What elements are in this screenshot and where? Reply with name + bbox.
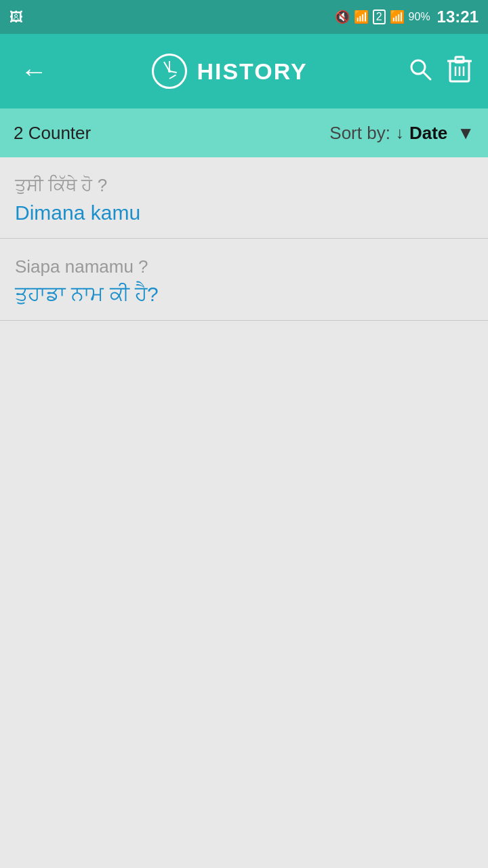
history-item-2-translation: ਤੁਹਾਡਾ ਨਾਮ ਕੀ ਹੈ? xyxy=(15,283,473,307)
empty-area xyxy=(0,321,488,863)
history-item-1-translation: Dimana kamu xyxy=(15,201,473,224)
svg-rect-4 xyxy=(455,57,464,62)
history-item-2-original: Siapa namamu ? xyxy=(15,256,473,277)
clock-icon xyxy=(152,54,187,89)
app-bar-actions xyxy=(404,52,476,91)
signal-icon: 📶 xyxy=(390,9,405,24)
screen-icon: 🖼 xyxy=(9,9,23,25)
status-bar-left: 🖼 xyxy=(9,9,23,25)
app-bar-title: HISTORY xyxy=(197,58,307,85)
svg-line-1 xyxy=(424,73,430,79)
delete-button[interactable] xyxy=(443,52,476,91)
dropdown-arrow-icon[interactable]: ▼ xyxy=(457,123,474,144)
battery-icon: 90% xyxy=(409,11,430,23)
history-item-1-original: ਤੁਸੀ ਕਿੱਥੇ ਹੋ ? xyxy=(15,175,473,196)
back-button[interactable]: ← xyxy=(12,52,56,90)
sort-control[interactable]: Sort by: ↓ Date ▼ xyxy=(329,123,474,144)
app-bar-title-group: HISTORY xyxy=(56,54,404,89)
history-item-2[interactable]: Siapa namamu ? ਤੁਹਾਡਾ ਨਾਮ ਕੀ ਹੈ? xyxy=(0,239,488,321)
sort-by-label: Sort by: xyxy=(329,123,390,144)
filter-bar: 2 Counter Sort by: ↓ Date ▼ xyxy=(0,108,488,157)
history-list: ਤੁਸੀ ਕਿੱਥੇ ਹੋ ? Dimana kamu Siapa namamu… xyxy=(0,157,488,321)
history-item-1[interactable]: ਤੁਸੀ ਕਿੱਥੇ ਹੋ ? Dimana kamu xyxy=(0,157,488,239)
notification-badge: 2 xyxy=(373,9,386,24)
status-bar-right: 🔇 📶 2 📶 90% 13:21 xyxy=(335,7,479,26)
status-time: 13:21 xyxy=(437,7,479,26)
sort-direction-icon: ↓ xyxy=(396,123,404,142)
search-button[interactable] xyxy=(404,53,436,90)
sort-value: Date xyxy=(409,123,447,144)
status-bar: 🖼 🔇 📶 2 📶 90% 13:21 xyxy=(0,0,488,34)
volume-mute-icon: 🔇 xyxy=(335,9,350,24)
wifi-icon: 📶 xyxy=(354,9,369,24)
app-bar: ← HISTORY xyxy=(0,34,488,108)
counter-label: 2 Counter xyxy=(14,123,329,144)
